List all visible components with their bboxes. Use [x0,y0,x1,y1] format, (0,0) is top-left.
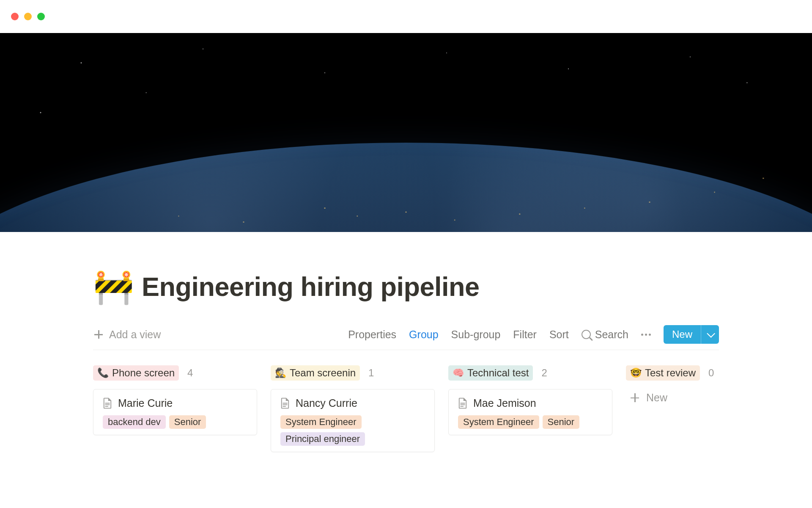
chip: Senior [543,415,580,429]
search-icon [582,330,591,339]
column-emoji-icon: 📞 [97,367,109,378]
column-label: Team screenin [290,367,356,379]
board-column: 🕵️Team screenin1Nancy CurrieSystem Engin… [271,365,435,452]
filter-button[interactable]: Filter [513,329,537,341]
page-cover[interactable] [0,33,812,232]
new-card-label: New [646,392,667,404]
add-view-label: Add a view [109,329,161,341]
column-count: 0 [708,367,714,379]
more-options-button[interactable] [641,334,651,336]
board-column: 🤓Test review0New [626,365,790,406]
page-icon [280,398,290,409]
board-card[interactable]: Mae JemisonSystem EngineerSenior [448,389,612,435]
column-label: Test review [645,367,696,379]
column-label: Technical test [467,367,529,379]
properties-button[interactable]: Properties [348,329,396,341]
board-card[interactable]: Marie Curiebackend devSenior [93,389,257,435]
new-card-button[interactable]: New [626,389,790,406]
sub-group-button[interactable]: Sub-group [451,329,501,341]
page-icon [103,398,112,409]
kanban-board: 📞Phone screen4Marie Curiebackend devSeni… [93,365,719,452]
page-title[interactable]: Engineering hiring pipeline [142,271,480,302]
maximize-window-button[interactable] [37,13,45,20]
column-header[interactable]: 🕵️Team screenin1 [271,365,435,381]
board-card[interactable]: Nancy CurrieSystem EngineerPrincipal eng… [271,389,435,452]
chip: Senior [169,415,206,429]
minimize-window-button[interactable] [24,13,32,20]
search-label: Search [595,329,628,341]
column-count: 4 [187,367,193,379]
chevron-down-icon [707,329,715,338]
card-title: Marie Curie [118,397,173,409]
card-chips: backend devSenior [103,415,247,429]
card-title-row: Marie Curie [103,397,247,409]
column-tag[interactable]: 🕵️Team screenin [271,365,360,381]
database-toolbar: Add a view Properties Group Sub-group Fi… [93,325,719,350]
page-emoji-icon[interactable]: 🚧 [93,270,134,303]
column-emoji-icon: 🧠 [453,367,464,378]
column-tag[interactable]: 🧠Technical test [448,365,533,381]
new-button-group: New [664,325,719,344]
column-tag[interactable]: 📞Phone screen [93,365,179,381]
card-title-row: Nancy Currie [280,397,425,409]
new-button[interactable]: New [664,325,701,344]
column-header[interactable]: 🤓Test review0 [626,365,790,381]
sort-button[interactable]: Sort [549,329,569,341]
column-emoji-icon: 🕵️ [275,367,286,378]
add-view-button[interactable]: Add a view [93,329,161,341]
column-emoji-icon: 🤓 [630,367,642,378]
board-column: 🧠Technical test2Mae JemisonSystem Engine… [448,365,612,435]
search-button[interactable]: Search [582,329,628,341]
page-icon [458,398,467,409]
board-column: 📞Phone screen4Marie Curiebackend devSeni… [93,365,257,435]
column-count: 2 [541,367,547,379]
window-titlebar [0,0,812,33]
column-label: Phone screen [112,367,175,379]
chip: System Engineer [280,415,362,429]
card-title: Nancy Currie [296,397,357,409]
chip: Principal engineer [280,432,365,446]
new-dropdown-button[interactable] [701,325,719,344]
card-chips: System EngineerSenior [458,415,603,429]
card-chips: System EngineerPrincipal engineer [280,415,425,446]
plus-icon [93,329,104,340]
group-button[interactable]: Group [409,329,438,341]
chip: System Engineer [458,415,539,429]
page-header: 🚧 Engineering hiring pipeline [93,232,719,303]
column-tag[interactable]: 🤓Test review [626,365,700,381]
card-title-row: Mae Jemison [458,397,603,409]
card-title: Mae Jemison [473,397,536,409]
column-header[interactable]: 📞Phone screen4 [93,365,257,381]
column-count: 1 [368,367,374,379]
close-window-button[interactable] [11,13,19,20]
plus-icon [629,392,640,403]
column-header[interactable]: 🧠Technical test2 [448,365,612,381]
chip: backend dev [103,415,166,429]
